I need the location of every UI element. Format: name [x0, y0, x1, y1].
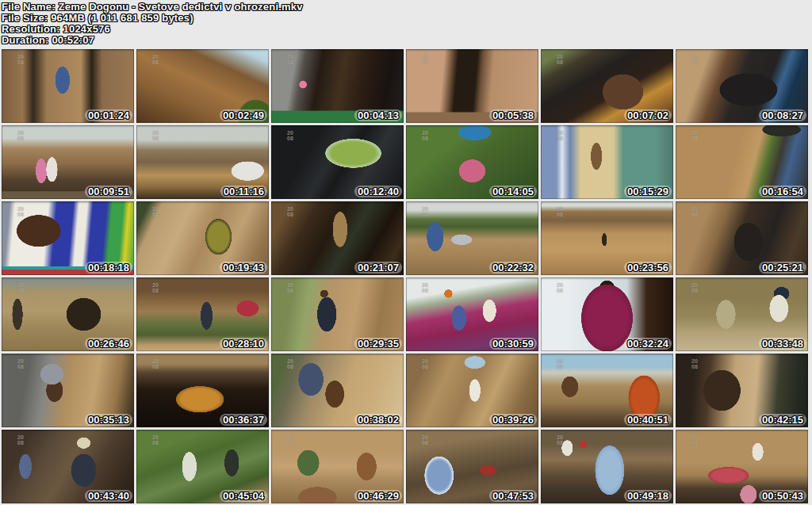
- channel-watermark: 20 08: [17, 434, 24, 446]
- channel-watermark: 20 08: [557, 54, 563, 65]
- timestamp-badge: 00:12:40: [354, 186, 402, 197]
- channel-watermark: 20 08: [287, 358, 293, 369]
- file-name-value: Zeme Dogonu - Svetove dedictvi v ohrozen…: [59, 1, 303, 13]
- timestamp-badge: 00:33:48: [759, 338, 806, 350]
- channel-watermark: 20 08: [152, 282, 159, 293]
- channel-watermark: 20 08: [152, 206, 159, 217]
- duration-value: 00:52:07: [52, 34, 94, 46]
- video-thumbnail: 20 0800:47:53: [406, 430, 538, 503]
- channel-watermark: 20 08: [287, 282, 293, 293]
- timestamp-badge: 00:29:35: [354, 338, 402, 350]
- video-thumbnail: 20 0800:36:37: [136, 354, 269, 427]
- resolution-value: 1024x576: [63, 23, 110, 35]
- timestamp-badge: 00:28:10: [220, 338, 267, 350]
- timestamp-badge: 00:14:05: [489, 186, 537, 197]
- channel-watermark: 20 08: [557, 358, 563, 369]
- timestamp-badge: 00:09:51: [85, 186, 132, 197]
- channel-watermark: 20 08: [152, 358, 159, 369]
- video-thumbnail: 20 0800:33:48: [676, 277, 808, 351]
- video-thumbnail: 20 0800:15:29: [541, 125, 673, 199]
- channel-watermark: 20 08: [17, 282, 24, 293]
- channel-watermark: 20 08: [422, 358, 428, 369]
- channel-watermark: 20 08: [287, 54, 293, 65]
- video-thumbnail: 20 0800:45:04: [136, 430, 269, 503]
- video-thumbnail: 20 0800:07:02: [541, 49, 673, 123]
- timestamp-badge: 00:45:04: [220, 490, 267, 502]
- thumbnail-grid: 20 0800:01:2420 0800:02:4920 0800:04:132…: [2, 49, 810, 503]
- timestamp-badge: 00:50:43: [759, 490, 806, 502]
- channel-watermark: 20 08: [17, 206, 24, 217]
- channel-watermark: 20 08: [691, 54, 698, 65]
- timestamp-badge: 00:40:51: [624, 414, 672, 426]
- file-name-label: File Name:: [2, 1, 56, 13]
- timestamp-badge: 00:11:16: [220, 186, 267, 197]
- timestamp-badge: 00:36:37: [220, 414, 267, 426]
- timestamp-badge: 00:18:18: [85, 262, 132, 274]
- timestamp-badge: 00:15:29: [624, 186, 672, 197]
- channel-watermark: 20 08: [287, 206, 293, 217]
- video-thumbnail: 20 0800:14:05: [406, 125, 538, 199]
- video-thumbnail: 20 0800:38:02: [271, 354, 404, 427]
- video-thumbnail: 20 0800:05:38: [406, 49, 538, 123]
- channel-watermark: 20 08: [691, 206, 698, 217]
- video-thumbnail: 20 0800:25:21: [676, 201, 808, 275]
- video-thumbnail: 20 0800:32:24: [541, 277, 673, 351]
- video-thumbnail: 20 0800:28:10: [136, 277, 269, 351]
- video-thumbnail: 20 0800:42:15: [676, 354, 808, 427]
- timestamp-badge: 00:38:02: [354, 414, 402, 426]
- timestamp-badge: 00:30:59: [489, 338, 537, 350]
- channel-watermark: 20 08: [557, 206, 563, 217]
- timestamp-badge: 00:42:15: [759, 414, 806, 426]
- channel-watermark: 20 08: [152, 130, 159, 141]
- video-thumbnail: 20 0800:18:18: [2, 201, 134, 275]
- file-info-header: File Name: Zeme Dogonu - Svetove dedictv…: [0, 0, 812, 46]
- timestamp-badge: 00:01:24: [85, 109, 132, 121]
- channel-watermark: 20 08: [287, 434, 293, 446]
- video-thumbnail: 20 0800:26:46: [2, 277, 134, 351]
- contact-sheet: File Name: Zeme Dogonu - Svetove dedictv…: [0, 0, 812, 505]
- video-thumbnail: 20 0800:19:43: [136, 201, 269, 275]
- channel-watermark: 20 08: [691, 434, 698, 446]
- video-thumbnail: 20 0800:21:07: [271, 201, 404, 275]
- timestamp-badge: 00:35:13: [85, 414, 132, 426]
- timestamp-badge: 00:02:49: [220, 109, 267, 121]
- video-thumbnail: 20 0800:46:29: [271, 430, 404, 503]
- video-thumbnail: 20 0800:11:16: [136, 125, 269, 199]
- timestamp-badge: 00:22:32: [489, 262, 537, 274]
- channel-watermark: 20 08: [17, 54, 24, 65]
- video-thumbnail: 20 0800:39:26: [406, 354, 538, 427]
- video-thumbnail: 20 0800:16:54: [676, 125, 808, 199]
- video-thumbnail: 20 0800:30:59: [406, 277, 538, 351]
- channel-watermark: 20 08: [287, 130, 293, 141]
- channel-watermark: 20 08: [557, 282, 563, 293]
- file-name-line: File Name: Zeme Dogonu - Svetove dedictv…: [2, 2, 812, 13]
- file-size-line: File Size: 964MB (1 011 681 859 bytes): [2, 13, 812, 24]
- timestamp-badge: 00:23:56: [624, 262, 672, 274]
- channel-watermark: 20 08: [422, 130, 428, 141]
- timestamp-badge: 00:08:27: [759, 109, 806, 121]
- channel-watermark: 20 08: [422, 54, 428, 65]
- timestamp-badge: 00:43:40: [85, 490, 132, 502]
- timestamp-badge: 00:04:13: [354, 109, 402, 121]
- channel-watermark: 20 08: [691, 130, 698, 141]
- file-size-value: 964MB (1 011 681 859 bytes): [51, 12, 193, 24]
- video-thumbnail: 20 0800:43:40: [2, 430, 134, 503]
- video-thumbnail: 20 0800:29:35: [271, 277, 404, 351]
- timestamp-badge: 00:25:21: [759, 262, 806, 274]
- channel-watermark: 20 08: [422, 206, 428, 217]
- file-size-label: File Size:: [2, 12, 48, 24]
- video-thumbnail: 20 0800:35:13: [2, 354, 134, 427]
- duration-line: Duration: 00:52:07: [2, 35, 812, 46]
- timestamp-badge: 00:21:07: [354, 262, 402, 274]
- timestamp-badge: 00:46:29: [354, 490, 402, 502]
- video-thumbnail: 20 0800:01:24: [2, 49, 134, 123]
- video-thumbnail: 20 0800:23:56: [541, 201, 673, 275]
- timestamp-badge: 00:32:24: [624, 338, 672, 350]
- channel-watermark: 20 08: [17, 358, 24, 369]
- video-thumbnail: 20 0800:49:18: [541, 430, 673, 503]
- timestamp-badge: 00:47:53: [489, 490, 537, 502]
- channel-watermark: 20 08: [422, 434, 428, 446]
- resolution-label: Resolution:: [2, 23, 60, 35]
- video-thumbnail: 20 0800:50:43: [676, 430, 808, 503]
- timestamp-badge: 00:16:54: [759, 186, 806, 197]
